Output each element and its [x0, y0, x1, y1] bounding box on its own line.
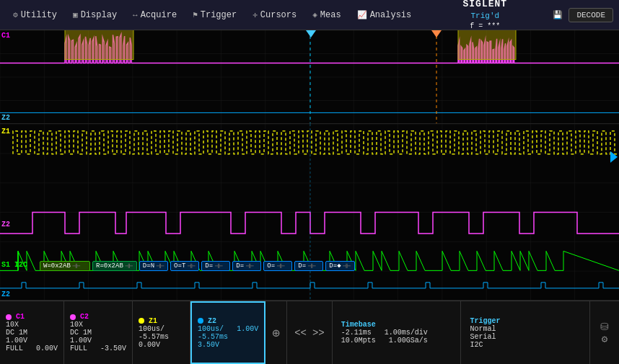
z2-offset: -5.57ms [198, 333, 258, 341]
nav-left[interactable]: << [294, 327, 307, 339]
menu-acquire[interactable]: ↔ Acquire [126, 7, 184, 23]
z2-dot [198, 318, 203, 324]
z2-scale: 100us/ 1.00V [198, 325, 258, 333]
nav-section: << >> [287, 301, 333, 364]
settings-icon: ⚙ [602, 333, 607, 345]
timebase-label: Timebase [341, 321, 452, 329]
timebase-div-span: 1.00ms/div [385, 329, 428, 337]
mini-scope: C1 Z2 [0, 30, 619, 124]
trigger-arrow-blue[interactable] [306, 30, 316, 37]
menu-trigger[interactable]: ⚑ Trigger [185, 7, 244, 23]
menu-left: ⚙ Utility ▣ Display ↔ Acquire ⚑ Trigger … [6, 7, 418, 23]
c1-offset-label: FULL [6, 345, 23, 352]
z1-dot [139, 318, 144, 324]
timebase-value: -2.11ms 1.00ms/div [341, 329, 452, 337]
menu-display-label: Display [81, 10, 117, 20]
status-c1: C1 10X DC 1M 1.00V FULL 0.00V [0, 301, 64, 364]
c1-dot [6, 314, 12, 320]
decode-packet-read: R=0x2AB⊣⊢ [92, 261, 137, 271]
z1-offset: -5.57ms [139, 333, 184, 341]
decode-packet-data: O=T⊣⊢ [170, 261, 199, 271]
trigger-label: Trigger [470, 317, 581, 325]
z2-scale-val: 100us/ [198, 325, 224, 333]
status-bar: C1 10X DC 1M 1.00V FULL 0.00V C2 10X DC … [0, 301, 619, 364]
c2-offset-val: -3.50V [100, 345, 126, 352]
brand-name: SIGLENT [463, 0, 508, 11]
display-icon: ▣ [73, 10, 78, 19]
nav-right[interactable]: >> [312, 327, 325, 339]
menu-cursors[interactable]: ✛ Cursors [245, 7, 304, 23]
z1-scale-val: 100us/ [139, 325, 164, 333]
menu-trigger-label: Trigger [201, 10, 237, 20]
c1-offset-val: 0.00V [36, 345, 58, 352]
trigger-icon: ⚑ [193, 10, 198, 19]
status-z1: Z1 100us/ -5.57ms 0.00V [133, 301, 190, 364]
decode-packet-data: D=⊣⊢ [232, 261, 261, 271]
z2-volt-val: 3.50V [198, 341, 219, 349]
trigger-type: Serial [470, 333, 581, 341]
c1-scale-val: 1.00V [6, 337, 27, 345]
decode-packet-data: D=N⊣⊢ [139, 261, 168, 271]
meas-icon: ◈ [312, 10, 317, 19]
status-c2: C2 10X DC 1M 1.00V FULL -3.50V [64, 301, 133, 364]
decode-packet-data: D=⊣⊢ [201, 261, 230, 271]
trigger-status: Trig'd [471, 11, 500, 21]
analysis-icon: 📈 [357, 10, 367, 19]
c1-probe: 10X [6, 321, 58, 329]
menu-meas[interactable]: ◈ Meas [305, 7, 348, 23]
menu-right: 💾 DECODE [551, 8, 613, 22]
z1-volt: 0.00V [139, 341, 184, 349]
decode-packet-write: W=0x2AB⊣⊢ [40, 261, 90, 271]
c2-probe: 10X [70, 321, 126, 329]
c2-coupling: DC 1M [70, 329, 126, 337]
c2-offset: FULL -3.50V [70, 345, 126, 352]
main-s1-label: S1 I2C [1, 261, 27, 269]
c2-scale: 1.00V [70, 337, 126, 345]
timebase-srate-val: 1.00GSa/s [389, 337, 428, 345]
usb-section: ⛁ ⚙ [590, 301, 619, 364]
c2-dot [70, 314, 76, 320]
cursor-plus-icon: ⊕ [272, 325, 280, 341]
decode-packet-data: D=◆⊣⊢ [325, 261, 354, 271]
decode-button[interactable]: DECODE [568, 8, 613, 22]
timebase-val-span: -2.11ms [341, 329, 372, 337]
mini-c1-label: C1 [1, 32, 10, 40]
freq-display: f = *** [470, 22, 500, 31]
menu-analysis[interactable]: 📈 Analysis [350, 7, 419, 23]
status-trigger: Trigger Normal Serial I2C [461, 301, 590, 364]
save-icon[interactable]: 💾 [551, 9, 564, 22]
c2-label: C2 [80, 313, 89, 321]
main-scope: Z1 Z2 S1 I2C Z2 W=0x2AB⊣⊢R=0x2AB⊣⊢D=N⊣⊢O… [0, 124, 619, 301]
timebase-mpts: 10.0Mpts 1.00GSa/s [341, 337, 452, 345]
cursor-icon-section: ⊕ [265, 301, 287, 364]
menu-display[interactable]: ▣ Display [66, 7, 124, 23]
utility-icon: ⚙ [13, 10, 18, 19]
c1-offset: FULL 0.00V [6, 345, 58, 352]
c1-coupling: DC 1M [6, 329, 58, 337]
scope-area: C1 Z2 Z1 Z2 S1 I2C Z2 W=0x2AB⊣⊢R=0x2AB⊣⊢… [0, 30, 619, 301]
decode-packet-data: O=⊣⊢ [263, 261, 292, 271]
menu-utility-label: Utility [21, 10, 57, 20]
z1-scale: 100us/ [139, 325, 184, 333]
decode-bar: W=0x2AB⊣⊢R=0x2AB⊣⊢D=N⊣⊢O=T⊣⊢D=⊣⊢D=⊣⊢O=⊣⊢… [40, 259, 619, 272]
decode-packet-data: D=⊣⊢ [294, 261, 323, 271]
c2-offset-label: FULL [70, 345, 87, 352]
menu-meas-label: Meas [320, 10, 341, 20]
menu-acquire-label: Acquire [141, 10, 177, 20]
c1-label: C1 [16, 313, 25, 321]
c2-probe-val: 10X [70, 321, 83, 329]
acquire-icon: ↔ [133, 11, 138, 19]
c1-scale: 1.00V [6, 337, 58, 345]
z1-offset-val: -5.57ms [139, 333, 169, 341]
c1-probe-val: 10X [6, 321, 19, 329]
c1-coupling-val: DC 1M [6, 329, 27, 337]
z1-label: Z1 [149, 317, 157, 325]
cursors-icon: ✛ [253, 10, 258, 19]
menu-utility[interactable]: ⚙ Utility [6, 7, 64, 23]
main-z2-label: Z2 [1, 221, 10, 228]
usb-icon: ⛁ [600, 321, 609, 333]
z2-label: Z2 [208, 317, 216, 325]
trigger-arrow-orange[interactable] [431, 30, 442, 37]
timebase-mpts-val: 10.0Mpts [341, 337, 376, 345]
menu-analysis-label: Analysis [370, 10, 412, 20]
